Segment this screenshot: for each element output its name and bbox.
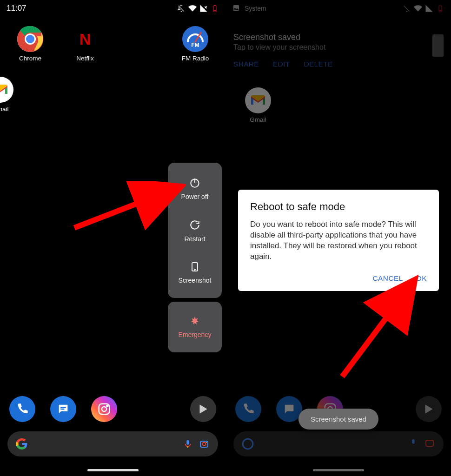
app-gmail[interactable]: Gmail — [0, 73, 28, 112]
svg-rect-25 — [426, 440, 433, 446]
mic-icon[interactable] — [408, 438, 418, 450]
app-chrome[interactable]: Chrome — [3, 22, 58, 62]
svg-rect-14 — [186, 440, 189, 445]
phone-right: System Screenshot saved Tap to view your… — [226, 0, 451, 476]
app-label: Chrome — [19, 55, 41, 62]
app-label: Netflix — [76, 55, 94, 62]
notification-subtitle: Tap to view your screenshot — [233, 43, 444, 52]
status-bar: 11:07 — [0, 0, 226, 17]
notification-title: Screenshot saved — [233, 33, 444, 42]
google-logo-icon — [242, 438, 254, 450]
dialog-cancel-button[interactable]: CANCEL — [373, 274, 403, 283]
screenshot-notification[interactable]: Screenshot saved Tap to view your screen… — [230, 28, 447, 74]
lens-icon[interactable] — [424, 437, 435, 450]
svg-point-23 — [243, 439, 253, 449]
dnd-off-icon — [177, 4, 186, 13]
signal-no-service-icon — [199, 4, 208, 13]
dock-instagram[interactable] — [91, 396, 117, 422]
search-bar[interactable] — [233, 431, 444, 456]
app-label: Gmail — [0, 106, 9, 112]
status-app-name: System — [245, 5, 266, 12]
svg-point-6 — [26, 35, 34, 43]
app-label: Gmail — [250, 116, 266, 123]
home-app-grid: Chrome N Netflix FM FM Radio — [0, 22, 226, 112]
svg-rect-1 — [214, 10, 216, 11]
power-icon — [189, 177, 201, 190]
search-bar[interactable] — [7, 431, 218, 456]
app-label: FM Radio — [182, 55, 209, 62]
svg-line-10 — [74, 188, 177, 228]
power-menu-emergency[interactable]: Emergency — [168, 306, 222, 348]
battery-low-icon — [436, 4, 444, 13]
fmradio-icon: FM — [182, 26, 208, 52]
mic-icon[interactable] — [183, 439, 193, 449]
instagram-icon — [97, 402, 111, 416]
app-gmail[interactable]: Gmail — [231, 84, 285, 123]
toast: Screenshot saved — [298, 409, 378, 430]
app-fmradio[interactable]: FM FM Radio — [168, 22, 223, 62]
safe-mode-dialog: Reboot to safe mode Do you want to reboo… — [238, 190, 439, 291]
nav-handle[interactable] — [313, 469, 364, 471]
clock: 11:07 — [7, 4, 27, 13]
signal-no-service-icon — [425, 4, 433, 13]
svg-rect-24 — [412, 439, 415, 444]
power-menu-screenshot[interactable]: Screenshot — [168, 252, 222, 293]
phone-left: 11:07 — [0, 0, 226, 476]
messages-icon — [57, 403, 70, 416]
play-store-icon — [197, 403, 209, 415]
dnd-off-icon — [403, 4, 411, 13]
restart-icon — [189, 219, 201, 232]
netflix-icon: N — [72, 26, 98, 52]
wifi-icon — [188, 4, 197, 13]
svg-point-17 — [206, 442, 207, 443]
dock-phone[interactable] — [235, 396, 261, 422]
svg-rect-20 — [439, 10, 441, 11]
svg-rect-2 — [214, 5, 216, 6]
dock-phone[interactable] — [9, 396, 35, 422]
screenshot-thumbnail[interactable] — [432, 34, 444, 57]
svg-point-13 — [106, 405, 108, 407]
lens-icon[interactable] — [199, 438, 210, 450]
chrome-icon — [17, 26, 43, 52]
status-bar: System — [226, 0, 451, 17]
notification-action-share[interactable]: SHARE — [233, 60, 259, 68]
dock-play-store[interactable] — [190, 396, 216, 422]
dock-play-store[interactable] — [416, 396, 442, 422]
screenshot-icon — [189, 261, 200, 274]
power-menu-power-off[interactable]: Power off — [168, 167, 222, 210]
dock — [0, 396, 226, 422]
svg-point-9 — [194, 269, 195, 270]
svg-point-16 — [203, 443, 206, 446]
dialog-title: Reboot to safe mode — [250, 201, 427, 213]
app-netflix[interactable]: N Netflix — [58, 22, 113, 62]
battery-low-icon — [211, 4, 219, 13]
phone-icon — [16, 403, 29, 416]
wifi-icon — [414, 4, 422, 13]
power-menu-restart[interactable]: Restart — [168, 210, 222, 252]
dialog-ok-button[interactable]: OK — [416, 274, 427, 283]
emergency-icon — [189, 316, 200, 328]
gmail-icon — [245, 87, 271, 113]
notification-action-delete[interactable]: DELETE — [304, 60, 332, 68]
google-logo-icon — [16, 438, 28, 450]
gmail-icon — [0, 77, 13, 103]
svg-point-12 — [102, 407, 106, 411]
image-icon — [232, 4, 241, 13]
power-menu: Power off Restart Screenshot Emergency — [168, 163, 222, 352]
dock-messages[interactable] — [50, 396, 76, 422]
notification-action-edit[interactable]: EDIT — [273, 60, 290, 68]
dialog-body: Do you want to reboot into safe mode? Th… — [250, 219, 427, 262]
nav-handle[interactable] — [87, 469, 139, 471]
